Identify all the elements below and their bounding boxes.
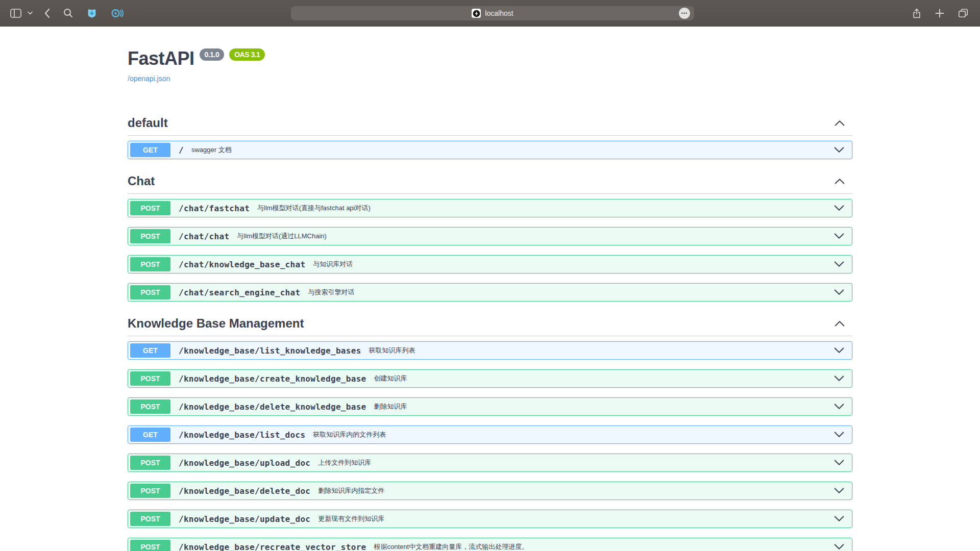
chevron-down-icon	[834, 260, 845, 268]
endpoint-path: /chat/fastchat	[179, 204, 250, 213]
oas-badge: OAS 3.1	[229, 48, 265, 61]
content-blocker-extension-button[interactable]	[82, 4, 102, 22]
endpoint-list: GET/knowledge_base/list_knowledge_bases获…	[128, 336, 852, 551]
chevron-down-icon	[834, 346, 845, 355]
endpoint-row[interactable]: POST/knowledge_base/update_doc更新现有文件到知识库	[128, 510, 852, 528]
section-header-knowledge-base-management[interactable]: Knowledge Base Management	[128, 311, 852, 336]
endpoint-row[interactable]: GET/knowledge_base/list_docs获取知识库内的文件列表	[128, 425, 852, 444]
page-settings-button[interactable]: •••	[679, 8, 690, 19]
endpoint-description: 上传文件到知识库	[318, 458, 371, 467]
endpoint-row[interactable]: POST/chat/fastchat与llm模型对话(直接与fastchat a…	[128, 199, 852, 217]
endpoint-row[interactable]: POST/knowledge_base/delete_knowledge_bas…	[128, 397, 852, 416]
endpoint-row[interactable]: GET/swagger 文档	[128, 141, 852, 159]
share-icon	[912, 8, 922, 19]
endpoint-row[interactable]: POST/chat/knowledge_base_chat与知识库对话	[128, 255, 852, 273]
site-favicon-icon	[472, 9, 481, 18]
sidebar-menu-button[interactable]	[26, 4, 35, 22]
chevron-down-icon	[834, 487, 845, 495]
tabs-icon	[958, 8, 969, 18]
sidebar-icon	[10, 9, 21, 18]
endpoint-path: /knowledge_base/update_doc	[179, 514, 310, 524]
api-title-text: FastAPI	[128, 48, 194, 69]
endpoint-description: 更新现有文件到知识库	[318, 514, 384, 523]
chevron-down-icon	[834, 459, 845, 467]
url-text: localhost	[485, 9, 513, 17]
shield-arrow-icon	[86, 8, 97, 19]
section-header-chat[interactable]: Chat	[128, 169, 852, 194]
version-badge: 0.1.0	[200, 48, 225, 61]
focus-circles-extension-button[interactable]	[107, 4, 128, 22]
back-button[interactable]	[40, 4, 54, 22]
endpoint-description: swagger 文档	[191, 145, 232, 155]
section-title: Chat	[128, 174, 155, 188]
method-badge: POST	[130, 201, 170, 215]
endpoint-row[interactable]: POST/knowledge_base/recreate_vector_stor…	[128, 538, 852, 551]
endpoint-description: 与llm模型对话(通过LLMChain)	[237, 232, 327, 241]
endpoint-row[interactable]: POST/chat/chat与llm模型对话(通过LLMChain)	[128, 227, 852, 245]
method-badge: POST	[130, 371, 170, 386]
endpoint-row[interactable]: POST/knowledge_base/create_knowledge_bas…	[128, 369, 852, 388]
endpoint-row[interactable]: GET/knowledge_base/list_knowledge_bases获…	[128, 341, 852, 360]
endpoint-description: 与llm模型对话(直接与fastchat api对话)	[257, 204, 371, 213]
endpoint-path: /knowledge_base/delete_knowledge_base	[179, 402, 366, 412]
toolbar-left-group	[6, 4, 128, 22]
chevron-down-icon	[834, 515, 845, 523]
method-badge: POST	[130, 285, 170, 299]
api-sections: defaultGET/swagger 文档ChatPOST/chat/fastc…	[128, 111, 852, 551]
endpoint-path: /	[179, 145, 184, 155]
search-button[interactable]	[59, 4, 77, 22]
api-section-knowledge-base-management: Knowledge Base ManagementGET/knowledge_b…	[128, 311, 852, 551]
endpoint-row[interactable]: POST/knowledge_base/upload_doc上传文件到知识库	[128, 454, 852, 472]
section-collapse-button[interactable]	[834, 177, 845, 185]
endpoint-description: 删除知识库	[374, 402, 407, 411]
method-badge: POST	[130, 484, 170, 498]
method-badge: GET	[130, 143, 170, 157]
new-tab-button[interactable]	[931, 4, 948, 22]
method-badge: POST	[130, 540, 170, 551]
openapi-json-link[interactable]: /openapi.json	[128, 74, 170, 83]
endpoint-description: 获取知识库内的文件列表	[313, 430, 386, 439]
method-badge: GET	[130, 343, 170, 358]
endpoint-path: /knowledge_base/recreate_vector_store	[179, 542, 366, 551]
chevron-left-icon	[44, 8, 50, 18]
api-section-chat: ChatPOST/chat/fastchat与llm模型对话(直接与fastch…	[128, 169, 852, 302]
browser-window: localhost •••	[0, 0, 980, 551]
endpoint-description: 获取知识库列表	[369, 346, 415, 355]
api-info-block: FastAPI0.1.0OAS 3.1 /openapi.json	[128, 27, 852, 83]
chevron-down-icon	[834, 288, 845, 296]
chevron-down-icon	[834, 204, 845, 212]
endpoint-description: 根据content中文档重建向量库，流式输出处理进度。	[374, 542, 529, 551]
endpoint-list: GET/swagger 文档	[128, 136, 852, 159]
share-button[interactable]	[908, 4, 926, 22]
toolbar-right-group	[908, 4, 973, 22]
chevron-down-icon	[834, 374, 845, 383]
page-title: FastAPI0.1.0OAS 3.1	[128, 48, 852, 69]
endpoint-path: /knowledge_base/create_knowledge_base	[179, 374, 366, 384]
chevron-down-icon	[834, 431, 845, 439]
method-badge: POST	[130, 229, 170, 243]
endpoint-description: 创建知识库	[374, 374, 407, 383]
method-badge: POST	[130, 456, 170, 470]
endpoint-row[interactable]: POST/knowledge_base/delete_doc删除知识库内指定文件	[128, 482, 852, 500]
method-badge: POST	[130, 512, 170, 526]
section-collapse-button[interactable]	[834, 319, 845, 328]
endpoint-path: /knowledge_base/list_docs	[179, 430, 305, 440]
endpoint-description: 删除知识库内指定文件	[318, 486, 384, 495]
plus-icon	[935, 9, 944, 18]
address-bar[interactable]: localhost •••	[291, 6, 694, 20]
chevron-up-icon	[834, 177, 845, 185]
section-collapse-button[interactable]	[834, 119, 845, 127]
sidebar-toggle-button[interactable]	[6, 4, 26, 22]
endpoint-description: 与知识库对话	[313, 260, 353, 269]
endpoint-path: /knowledge_base/delete_doc	[179, 486, 310, 496]
method-badge: POST	[130, 257, 170, 271]
section-header-default[interactable]: default	[128, 111, 852, 136]
tab-overview-button[interactable]	[953, 4, 973, 22]
endpoint-row[interactable]: POST/chat/search_engine_chat与搜索引擎对话	[128, 283, 852, 302]
browser-toolbar: localhost •••	[0, 0, 980, 27]
search-icon	[63, 8, 73, 18]
endpoint-path: /knowledge_base/upload_doc	[179, 458, 310, 468]
chevron-down-icon	[834, 232, 845, 240]
endpoint-path: /chat/search_engine_chat	[179, 288, 300, 297]
section-title: Knowledge Base Management	[128, 316, 304, 331]
